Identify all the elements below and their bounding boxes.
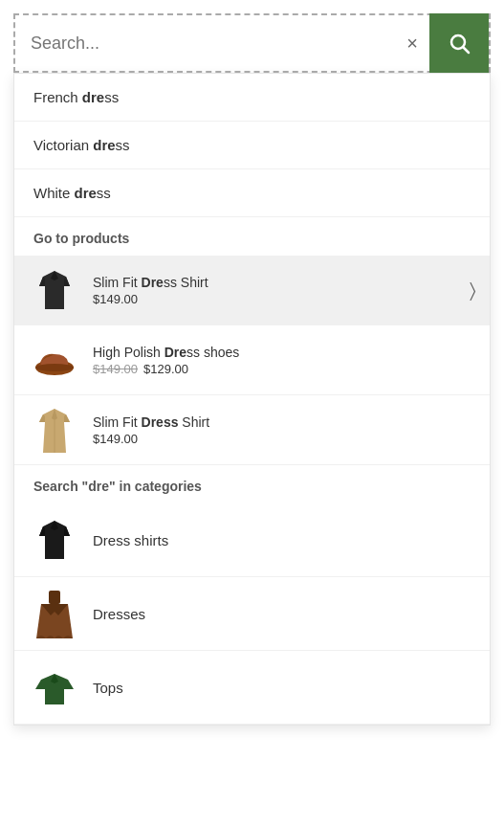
svg-marker-15 — [39, 526, 45, 536]
products-section-header: Go to products — [14, 217, 490, 256]
product-name: Slim Fit Dress Shirt — [93, 414, 474, 430]
old-price: $149.00 — [93, 362, 138, 376]
svg-marker-5 — [64, 277, 70, 286]
product-thumbnail — [30, 335, 79, 385]
coat-icon — [35, 405, 74, 455]
category-name: Dress shirts — [93, 532, 168, 548]
product-name: High Polish Dress shoes — [93, 345, 474, 360]
shoe-icon — [32, 341, 77, 379]
tops-icon — [33, 668, 76, 706]
svg-line-1 — [464, 48, 470, 54]
svg-marker-16 — [64, 526, 70, 536]
svg-marker-11 — [39, 414, 45, 422]
product-price: $149.00 — [93, 292, 474, 306]
categories-section-header: Search "dre" in categories — [14, 465, 490, 503]
search-bar: dre × — [13, 13, 491, 73]
search-dropdown: French dress Victorian dress White dress… — [13, 73, 491, 726]
category-item-dresses[interactable]: Dresses — [14, 577, 490, 651]
category-thumbnail — [30, 589, 79, 638]
product-item[interactable]: High Polish Dress shoes $149.00$129.00 — [14, 325, 490, 395]
svg-marker-12 — [64, 414, 70, 422]
category-item-dress-shirts[interactable]: Dress shirts — [14, 503, 490, 577]
product-item[interactable]: Slim Fit Dress Shirt $149.00 〉 — [14, 256, 490, 325]
svg-rect-17 — [49, 591, 60, 604]
product-thumbnail — [30, 405, 79, 455]
clear-button[interactable]: × — [395, 25, 429, 62]
suggestion-white-dress[interactable]: White dress — [14, 169, 490, 217]
product-info: High Polish Dress shoes $149.00$129.00 — [93, 345, 474, 376]
product-info: Slim Fit Dress Shirt $149.00 — [93, 414, 474, 446]
dress-shirts-icon — [33, 517, 76, 563]
product-price: $149.00$129.00 — [93, 362, 474, 376]
product-item[interactable]: Slim Fit Dress Shirt $149.00 — [14, 395, 490, 465]
search-input[interactable]: dre — [15, 34, 395, 54]
dresses-icon — [36, 589, 73, 638]
svg-marker-4 — [39, 277, 45, 286]
category-item-tops[interactable]: Tops — [14, 651, 490, 725]
suggestion-french-dress[interactable]: French dress — [14, 74, 490, 122]
search-button[interactable] — [429, 13, 489, 73]
search-icon — [448, 32, 471, 55]
shirt-dark-icon — [33, 267, 76, 313]
suggestion-victorian-dress[interactable]: Victorian dress — [14, 122, 490, 169]
product-info: Slim Fit Dress Shirt $149.00 — [93, 275, 474, 306]
highlight-text: dre — [82, 89, 104, 105]
product-thumbnail — [30, 265, 79, 315]
highlight-text: dre — [75, 185, 97, 201]
product-name: Slim Fit Dress Shirt — [93, 275, 474, 290]
category-name: Tops — [93, 680, 123, 696]
highlight-text: dre — [93, 137, 115, 153]
close-icon: × — [406, 33, 418, 55]
category-thumbnail — [30, 515, 79, 565]
svg-point-7 — [35, 364, 74, 371]
category-name: Dresses — [93, 606, 145, 622]
cursor-icon: 〉 — [470, 279, 476, 302]
product-price: $149.00 — [93, 432, 474, 446]
category-thumbnail — [30, 662, 79, 712]
